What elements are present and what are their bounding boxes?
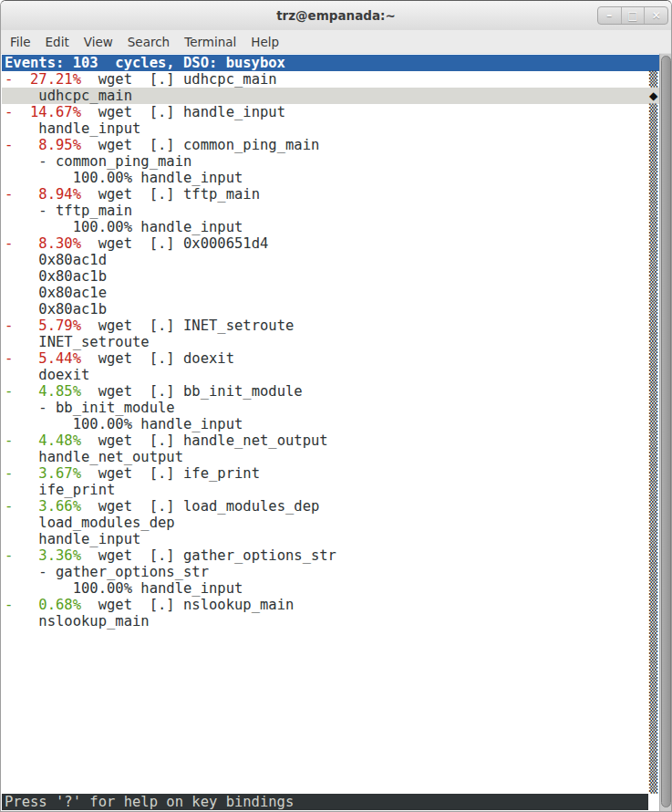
perf-row-percent: - 5.44%: [5, 350, 81, 367]
tui-scroll-track-icon: ▒: [649, 235, 657, 252]
menu-edit[interactable]: Edit: [46, 35, 69, 49]
tui-scroll-track-icon: ▒: [649, 285, 657, 301]
terminal-window: trz@empanada:~ – □ ✕ File Edit View Sear…: [0, 0, 672, 812]
tui-scroll-track-icon: ▒: [649, 761, 657, 777]
maximize-button[interactable]: □: [622, 7, 646, 24]
perf-row[interactable]: - 5.44% wget [.] doexit: [2, 350, 659, 367]
tui-scroll-track-icon: ▒: [649, 564, 657, 580]
tui-scroll-track-icon: ▒: [649, 186, 657, 203]
perf-row[interactable]: load_modules_dep: [2, 515, 659, 531]
tui-scroll-track-icon: ▒: [649, 449, 657, 465]
perf-row[interactable]: - 3.66% wget [.] load_modules_dep: [2, 498, 659, 515]
perf-row[interactable]: udhcpc_main: [2, 88, 659, 104]
perf-row[interactable]: handle_input: [2, 531, 659, 547]
perf-row[interactable]: 0x80ac1b: [2, 268, 659, 285]
tui-scroll-track-icon: ▒: [649, 350, 657, 367]
tui-scroll-track-icon: ▒: [649, 482, 657, 498]
tui-scroll-track-icon: ▒: [649, 383, 657, 400]
tui-scroll-track-icon: ▒: [649, 416, 657, 432]
perf-row[interactable]: - 8.95% wget [.] common_ping_main: [2, 137, 659, 153]
close-icon: ✕: [652, 9, 661, 22]
scrollbar-thumb[interactable]: [661, 56, 671, 807]
perf-row[interactable]: - 4.85% wget [.] bb_init_module: [2, 383, 659, 400]
tui-scroll-track-icon: ▒: [649, 695, 657, 712]
perf-row[interactable]: - common_ping_main: [2, 153, 659, 170]
perf-row[interactable]: - bb_init_module: [2, 400, 659, 416]
perf-row[interactable]: - 4.48% wget [.] handle_net_output: [2, 432, 659, 449]
perf-row[interactable]: doexit: [2, 367, 659, 383]
tui-scroll-track-icon: ▒: [649, 301, 657, 318]
tui-scroll-track-icon: ▒: [649, 679, 657, 695]
tui-scroll-track-icon: ▒: [649, 531, 657, 547]
tui-scroll-track-icon: ▒: [649, 137, 657, 153]
perf-row-percent: - 0.68%: [5, 597, 81, 613]
tui-scroll-track-icon: ▒: [649, 465, 657, 482]
perf-row-percent: - 3.66%: [5, 498, 81, 515]
tui-scroll-track-icon: ▒: [649, 662, 657, 679]
window-controls: – □ ✕: [597, 6, 668, 25]
minimize-icon: –: [606, 9, 612, 22]
perf-row[interactable]: 0x80ac1e: [2, 285, 659, 301]
perf-row[interactable]: - tftp_main: [2, 203, 659, 219]
perf-row-percent: - 4.85%: [5, 383, 81, 400]
perf-row[interactable]: 0x80ac1d: [2, 252, 659, 268]
tui-scroll-track-icon: ▒: [649, 744, 657, 761]
tui-scroll-track-icon: ▒: [649, 71, 657, 88]
titlebar[interactable]: trz@empanada:~ – □ ✕: [1, 1, 671, 30]
perf-row[interactable]: - 3.67% wget [.] ife_print: [2, 465, 659, 482]
tui-scroll-track-icon: ▒: [649, 580, 657, 597]
tui-scroll-track-icon: ▒: [649, 613, 657, 630]
tui-scroll-track-icon: ▒: [649, 547, 657, 564]
tui-scroll-track-icon: ▒: [649, 498, 657, 515]
perf-row-percent: - 8.30%: [5, 235, 81, 252]
perf-row[interactable]: ife_print: [2, 482, 659, 498]
perf-row[interactable]: 100.00% handle_input: [2, 416, 659, 432]
menu-help[interactable]: Help: [251, 35, 279, 49]
perf-row[interactable]: 100.00% handle_input: [2, 580, 659, 597]
minimize-button[interactable]: –: [598, 7, 622, 24]
terminal-screen[interactable]: Events: 103 cycles, DSO: busybox - 27.21…: [2, 54, 659, 812]
perf-row-percent: - 8.94%: [5, 186, 81, 203]
menu-file[interactable]: File: [10, 35, 31, 49]
tui-scroll-track-icon: ▒: [649, 367, 657, 383]
perf-row-percent: - 8.95%: [5, 137, 81, 153]
tui-scroll-track-icon: ▒: [649, 252, 657, 268]
perf-row[interactable]: nslookup_main: [2, 613, 659, 630]
perf-row[interactable]: handle_net_output: [2, 449, 659, 465]
tui-scroll-track-icon: ▒: [649, 334, 657, 350]
perf-row[interactable]: - 14.67% wget [.] handle_input: [2, 104, 659, 120]
perf-row-percent: - 5.79%: [5, 318, 81, 334]
tui-scroll-track-icon: ▒: [649, 432, 657, 449]
perf-events-header: Events: 103 cycles, DSO: busybox: [2, 55, 659, 71]
tui-scroll-track-icon: ▒: [649, 515, 657, 531]
perf-row[interactable]: - gather_options_str: [2, 564, 659, 580]
perf-row[interactable]: handle_input: [2, 120, 659, 137]
perf-row[interactable]: - 5.79% wget [.] INET_setroute: [2, 318, 659, 334]
perf-row[interactable]: - 0.68% wget [.] nslookup_main: [2, 597, 659, 613]
perf-row-percent: - 14.67%: [5, 104, 81, 120]
menu-view[interactable]: View: [84, 35, 113, 49]
tui-scroll-track-icon: ▒: [649, 120, 657, 137]
perf-row[interactable]: - 27.21% wget [.] udhcpc_main: [2, 71, 659, 88]
tui-scroll-track-icon: ▒: [649, 104, 657, 120]
perf-row[interactable]: - 8.30% wget [.] 0x000651d4: [2, 235, 659, 252]
perf-row[interactable]: - 3.36% wget [.] gather_options_str: [2, 547, 659, 564]
perf-row[interactable]: 0x80ac1b: [2, 301, 659, 318]
close-button[interactable]: ✕: [645, 7, 667, 24]
tui-scroll-track-icon: ▒: [649, 712, 657, 728]
perf-row[interactable]: 100.00% handle_input: [2, 219, 659, 235]
tui-scroll-track-icon: ▒: [649, 400, 657, 416]
scrollbar[interactable]: [659, 54, 672, 812]
perf-row-percent: - 3.67%: [5, 465, 81, 482]
tui-scroll-track-icon: ▒: [649, 728, 657, 744]
perf-row[interactable]: - 8.94% wget [.] tftp_main: [2, 186, 659, 203]
perf-row-percent: - 3.36%: [5, 547, 81, 564]
status-bar: Press '?' for help on key bindings: [2, 794, 648, 810]
tui-scroll-track-icon: ▒: [649, 153, 657, 170]
perf-row[interactable]: 100.00% handle_input: [2, 170, 659, 186]
menu-search[interactable]: Search: [128, 35, 170, 49]
tui-scroll-thumb-icon: ◆: [649, 88, 657, 104]
menu-terminal[interactable]: Terminal: [184, 35, 236, 49]
tui-scroll-track-icon: ▒: [649, 268, 657, 285]
perf-row[interactable]: INET_setroute: [2, 334, 659, 350]
